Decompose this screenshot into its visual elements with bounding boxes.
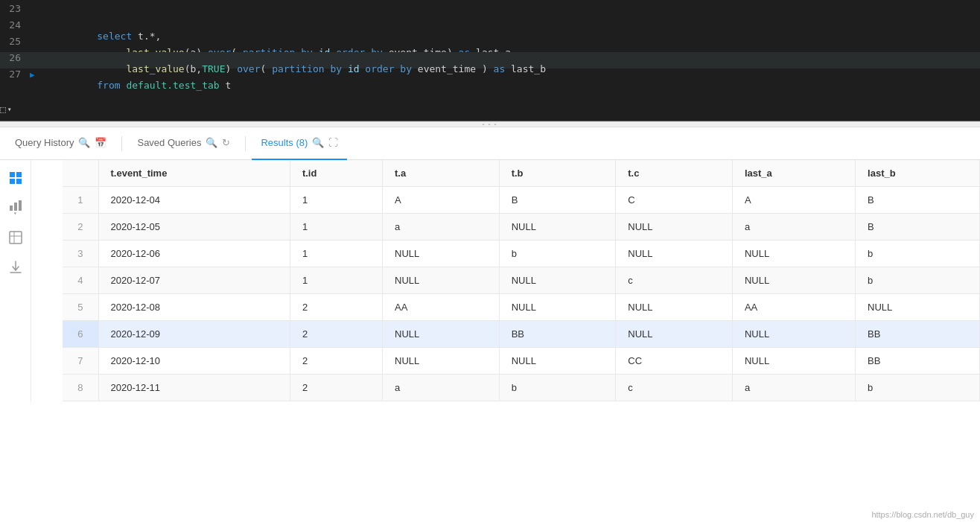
table-row: 62020-12-092NULLBBNULLNULLBB bbox=[63, 321, 980, 348]
table-cell: NULL bbox=[732, 241, 855, 267]
calendar-icon-qh[interactable]: 📅 bbox=[95, 137, 106, 148]
table-cell: CC bbox=[616, 348, 733, 375]
table-cell: 1 bbox=[290, 267, 382, 294]
code-line-23: 23 bbox=[0, 3, 980, 19]
table-header-row: t.event_time t.id t.a t.b t.c last_a las… bbox=[63, 160, 980, 187]
svg-rect-7 bbox=[10, 232, 22, 244]
tab-query-history-label: Query History bbox=[15, 137, 74, 148]
table-cell: B bbox=[856, 214, 980, 241]
search-icon-qh[interactable]: 🔍 bbox=[78, 137, 90, 148]
col-header-c: t.c bbox=[616, 160, 733, 187]
table-cell: NULL bbox=[616, 214, 733, 241]
table-cell: B bbox=[499, 187, 616, 214]
col-header-id: t.id bbox=[290, 160, 382, 187]
line-number-23: 23 bbox=[6, 3, 30, 14]
tabs-bar: Query History 🔍 📅 Saved Queries 🔍 ↻ Resu… bbox=[0, 127, 980, 160]
table-row: 22020-12-051aNULLNULLaB bbox=[63, 214, 980, 241]
table-cell: 2020-12-07 bbox=[98, 267, 290, 294]
sidebar-icon-download[interactable] bbox=[4, 255, 28, 279]
table-cell: AA bbox=[732, 294, 855, 321]
table-cell: NULL bbox=[383, 321, 500, 348]
table-cell-rownum: 7 bbox=[63, 348, 98, 375]
tab-saved-queries-label: Saved Queries bbox=[137, 137, 201, 148]
table-cell: b bbox=[499, 241, 616, 267]
col-header-event-time: t.event_time bbox=[98, 160, 290, 187]
svg-rect-6 bbox=[19, 200, 22, 211]
table-row: 32020-12-061NULLbNULLNULLb bbox=[63, 241, 980, 267]
results-table: t.event_time t.id t.a t.b t.c last_a las… bbox=[63, 160, 980, 401]
table-cell: NULL bbox=[383, 348, 500, 375]
code-line-24: 24 select t.*, bbox=[0, 19, 980, 36]
editor-area: 23 24 select t.*, 25 last_value(a) over(… bbox=[0, 0, 980, 121]
table-cell-rownum: 5 bbox=[63, 294, 98, 321]
table-cell: b bbox=[856, 267, 980, 294]
table-cell: 2020-12-08 bbox=[98, 294, 290, 321]
tab-separator-1 bbox=[121, 136, 122, 151]
bottom-editor-icon[interactable]: ⬚ bbox=[0, 104, 6, 115]
table-cell: b bbox=[499, 375, 616, 401]
bottom-editor-chevron[interactable]: ▾ bbox=[7, 105, 12, 113]
svg-rect-0 bbox=[10, 172, 15, 177]
table-cell: A bbox=[383, 187, 500, 214]
table-row: 82020-12-112abcab bbox=[63, 375, 980, 401]
left-sidebar: ▾ bbox=[0, 160, 31, 401]
table-body: 12020-12-041ABCAB22020-12-051aNULLNULLaB… bbox=[63, 187, 980, 401]
table-cell: 2020-12-11 bbox=[98, 375, 290, 401]
watermark: https://blog.csdn.net/db_guy bbox=[871, 510, 974, 519]
table-row: 72020-12-102NULLNULLCCNULLBB bbox=[63, 348, 980, 375]
table-row: 42020-12-071NULLNULLcNULLb bbox=[63, 267, 980, 294]
col-header-last-a: last_a bbox=[732, 160, 855, 187]
table-cell: 2 bbox=[290, 375, 382, 401]
tab-results[interactable]: Results (8) 🔍 ⛶ bbox=[252, 127, 347, 160]
table-cell: NULL bbox=[499, 294, 616, 321]
table-cell: b bbox=[856, 241, 980, 267]
table-row: 52020-12-082AANULLNULLAANULL bbox=[63, 294, 980, 321]
table-cell: NULL bbox=[499, 348, 616, 375]
table-cell: NULL bbox=[616, 241, 733, 267]
col-header-b: t.b bbox=[499, 160, 616, 187]
table-cell: a bbox=[732, 375, 855, 401]
table-cell: NULL bbox=[732, 321, 855, 348]
svg-rect-4 bbox=[10, 206, 13, 211]
table-cell: NULL bbox=[499, 214, 616, 241]
content-row: ▾ bbox=[0, 160, 980, 401]
line-arrow-27[interactable]: ▶ bbox=[30, 70, 39, 80]
table-cell: 2020-12-05 bbox=[98, 214, 290, 241]
table-cell: NULL bbox=[383, 241, 500, 267]
code-line-27: 27 ▶ from default.test_tab t bbox=[0, 69, 980, 85]
sidebar-icon-grid[interactable] bbox=[4, 166, 28, 190]
table-cell: 2020-12-06 bbox=[98, 241, 290, 267]
col-header-last-b: last_b bbox=[856, 160, 980, 187]
table-cell-rownum: 3 bbox=[63, 241, 98, 267]
table-cell: C bbox=[616, 187, 733, 214]
table-cell: AA bbox=[383, 294, 500, 321]
table-cell: 2020-12-10 bbox=[98, 348, 290, 375]
expand-icon-results[interactable]: ⛶ bbox=[328, 137, 338, 148]
table-cell: 2 bbox=[290, 294, 382, 321]
table-cell-rownum: 4 bbox=[63, 267, 98, 294]
tab-saved-queries[interactable]: Saved Queries 🔍 ↻ bbox=[128, 127, 239, 160]
table-cell: 2 bbox=[290, 321, 382, 348]
table-cell: a bbox=[732, 214, 855, 241]
table-cell: 2 bbox=[290, 348, 382, 375]
col-header-rownum bbox=[63, 160, 98, 187]
main-wrapper: 23 24 select t.*, 25 last_value(a) over(… bbox=[0, 0, 980, 522]
table-row: 12020-12-041ABCAB bbox=[63, 187, 980, 214]
svg-rect-2 bbox=[10, 179, 15, 184]
table-cell: BB bbox=[856, 348, 980, 375]
sidebar-icon-pivot[interactable] bbox=[4, 226, 28, 249]
line-number-27: 27 bbox=[6, 69, 30, 80]
refresh-icon-sq[interactable]: ↻ bbox=[222, 137, 230, 148]
table-cell: NULL bbox=[383, 267, 500, 294]
tab-separator-2 bbox=[245, 136, 246, 151]
table-cell: a bbox=[383, 375, 500, 401]
bottom-panel: Query History 🔍 📅 Saved Queries 🔍 ↻ Resu… bbox=[0, 127, 980, 401]
search-icon-sq[interactable]: 🔍 bbox=[206, 137, 217, 148]
table-cell: NULL bbox=[732, 267, 855, 294]
table-cell: NULL bbox=[499, 267, 616, 294]
table-cell: 1 bbox=[290, 241, 382, 267]
tab-query-history[interactable]: Query History 🔍 📅 bbox=[6, 127, 115, 160]
tab-results-label: Results (8) bbox=[261, 137, 308, 148]
sidebar-icon-chart[interactable]: ▾ bbox=[4, 196, 28, 220]
search-icon-results[interactable]: 🔍 bbox=[312, 137, 324, 148]
